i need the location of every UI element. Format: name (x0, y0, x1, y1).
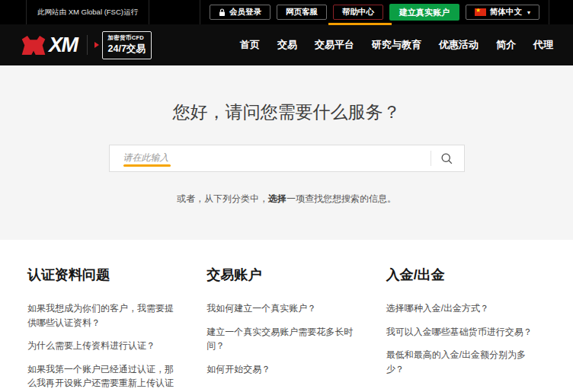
search-accent-underline (123, 164, 171, 167)
category-title: 认证资料问题 (27, 266, 182, 284)
category-column-trading-accounts: 交易账户 我如何建立一个真实账户？ 建立一个真实交易账户需要花多长时间？ 如何开… (206, 266, 361, 392)
web-chat-button[interactable]: 网页客服 (277, 5, 327, 20)
faq-question[interactable]: 如果我第一个账户已经通过认证，那么我再开设账户还需要重新上传认证资料吗？ (27, 362, 182, 392)
search-box (109, 145, 465, 172)
badge-line1: 加密货币CFD (108, 34, 146, 42)
subtext-bold: 选择 (268, 193, 286, 204)
category-column-verification: 认证资料问题 如果我想成为你们的客户，我需要提供哪些认证资料？ 为什么需要上传资… (27, 266, 182, 392)
main-navbar: XM 加密货币CFD 24/7交易 首页 交易 交易平台 研究与教育 优惠活动 … (0, 24, 573, 65)
faq-question[interactable]: 为什么需要上传资料进行认证？ (27, 339, 182, 353)
topbar-divider (549, 0, 549, 24)
faq-question[interactable]: 我可以入金哪些基础货币进行交易？ (386, 325, 541, 339)
member-login-label: 会员登录 (229, 7, 261, 18)
search-divider (431, 151, 431, 166)
search-icon (440, 152, 453, 165)
bull-logo-icon (20, 35, 47, 56)
nav-item-partners[interactable]: 代理 (533, 38, 553, 52)
hero-heading: 您好，请问您需要什么服务？ (0, 100, 573, 124)
nav-item-about[interactable]: 简介 (496, 38, 516, 52)
flag-star: ★ (475, 8, 481, 14)
nav-item-trading[interactable]: 交易 (277, 38, 297, 52)
topbar-actions: 会员登录 网页客服 帮助中心 建立真实账户 ★ 简体中文 ▾ (200, 0, 573, 24)
open-real-account-label: 建立真实账户 (399, 7, 450, 18)
web-chat-label: 网页客服 (286, 7, 318, 18)
language-selector[interactable]: ★ 简体中文 ▾ (466, 5, 539, 20)
nav-menu: 首页 交易 交易平台 研究与教育 优惠活动 简介 代理 (240, 38, 553, 52)
nav-item-home[interactable]: 首页 (240, 38, 260, 52)
category-title: 交易账户 (206, 266, 361, 284)
subtext-suffix: 一项查找您想搜索的信息。 (286, 193, 396, 204)
help-center-wrap: 帮助中心 (333, 5, 383, 20)
faq-question[interactable]: 最低和最高的入金/出金额分别为多少？ (386, 348, 541, 376)
faq-categories-section: 认证资料问题 如果我想成为你们的客户，我需要提供哪些认证资料？ 为什么需要上传资… (0, 240, 573, 392)
china-flag-icon: ★ (475, 8, 486, 16)
help-center-label: 帮助中心 (342, 7, 374, 18)
search-input[interactable] (110, 145, 431, 171)
hero-subtext: 或者，从下列分类中，选择一项查找您想搜索的信息。 (0, 193, 573, 206)
language-label: 简体中文 (490, 7, 522, 18)
open-real-account-button[interactable]: 建立真实账户 (389, 4, 459, 21)
member-login-button[interactable]: 会员登录 (210, 5, 270, 20)
help-center-button[interactable]: 帮助中心 (333, 5, 383, 20)
red-play-triangle-icon (94, 42, 99, 48)
hero-section: 您好，请问您需要什么服务？ 或者，从下列分类中，选择一项查找您想搜索的信息。 (0, 65, 573, 240)
active-tab-underline (328, 23, 392, 25)
crypto-cfd-badge: 加密货币CFD 24/7交易 (102, 31, 152, 59)
nav-item-platforms[interactable]: 交易平台 (315, 38, 354, 52)
faq-question[interactable]: 如何开始交易？ (206, 362, 361, 377)
chevron-down-icon: ▾ (527, 9, 530, 16)
faq-question[interactable]: 选择哪种入金/出金方式？ (386, 301, 541, 316)
faq-question[interactable]: 我如何建立一个真实账户？ (206, 301, 361, 316)
xm-logo[interactable]: XM (20, 33, 78, 57)
category-title: 入金/出金 (386, 266, 541, 284)
badge-line2: 24/7交易 (108, 43, 146, 56)
category-column-deposits-withdrawals: 入金/出金 选择哪种入金/出金方式？ 我可以入金哪些基础货币进行交易？ 最低和最… (386, 266, 541, 392)
nav-item-research-education[interactable]: 研究与教育 (372, 38, 421, 52)
lock-icon (219, 8, 226, 17)
logo-badge-divider (87, 35, 88, 55)
faq-question[interactable]: 建立一个真实交易账户需要花多长时间？ (206, 325, 361, 353)
nav-item-promotions[interactable]: 优惠活动 (439, 38, 479, 52)
topbar: 此网站由 XM Global (FSC)运行 会员登录 网页客服 帮助中心 建立… (0, 0, 573, 24)
search-button[interactable] (431, 145, 464, 171)
logo-text: XM (49, 33, 78, 57)
faq-question[interactable]: 如果我想成为你们的客户，我需要提供哪些认证资料？ (27, 301, 182, 330)
site-regulation-note: 此网站由 XM Global (FSC)运行 (26, 0, 149, 24)
subtext-prefix: 或者，从下列分类中， (177, 193, 268, 204)
